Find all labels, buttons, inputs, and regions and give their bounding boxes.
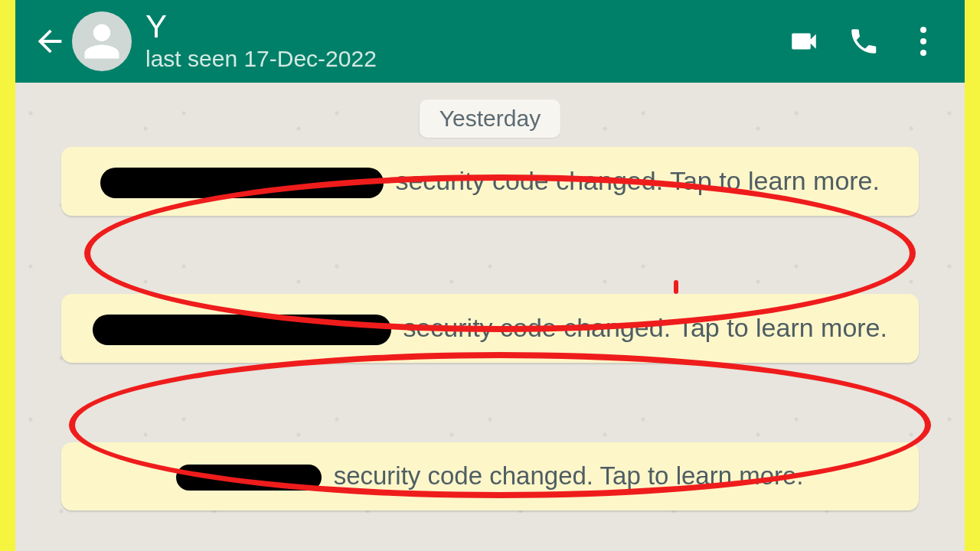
- system-message-text: security code changed. Tap to learn more…: [334, 461, 804, 490]
- date-label: Yesterday: [439, 106, 541, 131]
- system-message[interactable]: security code changed. Tap to learn more…: [61, 294, 919, 363]
- chat-body[interactable]: Yesterday security code changed. Tap to …: [15, 83, 965, 551]
- dot-icon: [920, 50, 926, 56]
- annotation-mark: [674, 280, 678, 294]
- back-button[interactable]: [29, 21, 70, 62]
- redacted-contact-name: [100, 168, 384, 198]
- system-message-text: security code changed. Tap to learn more…: [395, 166, 880, 195]
- dot-icon: [920, 38, 926, 44]
- system-message-text: security code changed. Tap to learn more…: [403, 313, 887, 342]
- chat-header: Y last seen 17-Dec-2022: [15, 0, 965, 83]
- dot-icon: [920, 27, 926, 33]
- voice-call-button[interactable]: [836, 14, 891, 69]
- more-options-button[interactable]: [896, 14, 951, 69]
- redacted-contact-name: [176, 465, 322, 491]
- redacted-contact-name: [93, 315, 391, 345]
- last-seen-text: last seen 17-Dec-2022: [145, 46, 377, 72]
- contact-avatar[interactable]: [72, 11, 132, 71]
- date-pill: Yesterday: [420, 99, 560, 138]
- chat-screen: Y last seen 17-Dec-2022 Yesterday securi…: [15, 0, 965, 551]
- contact-info[interactable]: Y last seen 17-Dec-2022: [145, 11, 377, 72]
- system-message[interactable]: security code changed. Tap to learn more…: [61, 442, 919, 510]
- system-message[interactable]: security code changed. Tap to learn more…: [61, 147, 919, 216]
- video-call-button[interactable]: [776, 14, 831, 69]
- contact-name: Y: [145, 11, 377, 43]
